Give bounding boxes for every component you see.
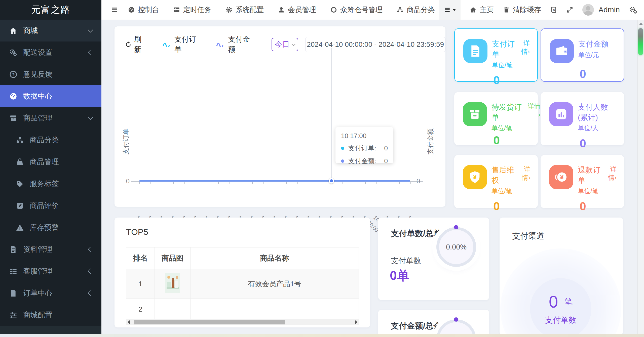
shield-yen-icon: ¥ [463,165,487,189]
user-menu[interactable]: Admin [582,4,620,16]
top5-title: TOP5 [126,227,148,237]
axis-ticks [139,182,411,184]
sidebar-toggle-button[interactable] [108,0,121,20]
refresh-button[interactable]: 刷新 [125,34,147,55]
fullscreen-button[interactable] [566,6,573,13]
tooltip-row: 支付订单: 0 [341,144,388,153]
top-navbar: 控制台 定时任务 系统配置 会员管理 众筹仓号管理 商品分类 [101,0,644,20]
avatar [582,4,594,16]
expand-icon [566,6,573,13]
chart-header: 刷新 支付订单 支付金额 今日 2024-04-10 00:00:00 - 20… [125,34,445,55]
chevron-left-icon [88,247,93,252]
settings-button[interactable] [629,6,637,14]
scroll-right-arrow-icon[interactable] [355,320,357,324]
crosshair-gridline [331,48,332,182]
nav-item-member-management[interactable]: 会员管理 [278,5,316,15]
nav-item-clear-cache[interactable]: 清除缓存 [503,5,541,15]
nav-item-home[interactable]: 主页 [470,5,494,15]
language-button[interactable]: A [550,6,557,13]
table-row[interactable]: 1 有效会员产品1号 [126,269,359,299]
page-scrollbar[interactable] [637,20,644,334]
sitemap-icon [16,136,24,144]
sidebar-item-product-management[interactable]: 商品管理 [0,107,101,129]
home-icon [470,6,477,13]
stat-value: 0 [549,199,617,213]
stat-card-pending-shipment[interactable]: 待发货订单 详情 › 单位/笔 0 [454,92,538,145]
highlighted-point[interactable] [329,178,334,184]
nav-menu-dropdown-button[interactable] [439,0,461,20]
nav-item-console[interactable]: 控制台 [128,5,159,15]
wallet-icon [550,39,574,63]
svg-text:?: ? [12,72,15,77]
dashboard-icon [128,6,135,13]
refresh-icon [125,41,132,48]
question-circle-icon: ? [9,70,18,79]
gauge-label: 支付单数 [391,256,421,266]
sidebar-item-mall-config[interactable]: 商城配置 [0,304,101,326]
stat-card-payers-total[interactable]: 支付人数(累计) 单位/人 0 [541,92,624,145]
trash-icon [503,6,510,13]
stat-card-pay-amount[interactable]: 支付金额 单位/元 0 [541,28,624,82]
order-ratio-card: 支付单数/总单数 0.00% 支付单数 0单 [378,218,489,300]
bars-icon [444,7,450,13]
wave-icon [163,42,171,47]
scroll-left-arrow-icon[interactable] [128,320,130,324]
stat-value: 0 [463,73,530,87]
gear-icon [225,6,233,13]
horizontal-scrollbar[interactable] [126,319,359,325]
detail-link[interactable]: 详情› [517,39,530,56]
column-header-image: 商品图 [155,247,191,269]
scroll-up-arrow-icon[interactable] [639,23,643,25]
sidebar-item-data-center[interactable]: 数据中心 [0,85,101,107]
nav-item-product-category[interactable]: 商品分类 [397,5,435,15]
sidebar: 元富之路 商城 配送设置 ? 意见反馈 数据中心 商品管理 商品分类 [0,0,101,337]
y-zero-right: 0 [416,177,420,185]
legend-pay-amount[interactable]: 支付金额 [216,34,255,55]
user-icon [278,6,285,13]
sidebar-item-service-tags[interactable]: 服务标签 [0,173,101,195]
sitemap-icon [397,6,404,13]
sidebar-item-goods-management[interactable]: 商品管理 [0,151,101,173]
date-range-selector[interactable]: 今日 [272,38,298,51]
sidebar-next-item-partial [0,326,101,334]
caret-down-icon [452,9,456,11]
sidebar-item-mall[interactable]: 商城 [0,20,101,41]
sidebar-item-delivery-settings[interactable]: 配送设置 [0,41,101,63]
dashboard-screen: 元富之路 商城 配送设置 ? 意见反馈 数据中心 商品管理 商品分类 [0,0,644,337]
detail-link[interactable]: 详情› [604,165,617,182]
scrollbar-thumb[interactable] [638,28,643,55]
detail-link[interactable]: 详情 › [525,102,540,119]
username: Admin [598,6,620,14]
app-logo: 元富之路 [0,0,101,20]
sidebar-item-product-category[interactable]: 商品分类 [0,129,101,151]
sidebar-item-material-management[interactable]: 资料管理 [0,238,101,260]
sidebar-item-feedback[interactable]: ? 意见反馈 [0,63,101,85]
scrollbar-thumb[interactable] [134,320,285,324]
stat-card-pay-orders[interactable]: 支付订单 详情› 单位/笔 0 [454,28,538,82]
nav-item-crowdfunding-management[interactable]: 众筹仓号管理 [330,5,383,15]
detail-link[interactable]: 详情› [518,165,530,182]
product-image [165,273,180,293]
chevron-down-icon [291,42,295,46]
stat-card-after-sales[interactable]: ¥ 售后维权 详情› 单位/笔 0 [454,155,538,208]
sidebar-item-stock-warning[interactable]: 库存预警 [0,217,101,238]
stat-value: 0 [463,199,530,213]
package-icon [463,102,487,126]
bars-icon [111,6,118,13]
refund-yen-icon: ¥ [549,165,573,189]
nav-item-scheduled-tasks[interactable]: 定时任务 [173,5,211,15]
amount-ratio-card: 支付金额/总金额 [378,310,489,337]
tasks-icon [173,6,180,13]
stat-card-refund-orders[interactable]: ¥ 退款订单 详情› 单位/笔 0 [541,155,624,208]
legend-pay-orders[interactable]: 支付订单 [163,34,201,55]
date-range-input[interactable]: 2024-04-10 00:00:00 - 2024-04-10 23:59:5… [305,37,445,52]
y-zero-left: 0 [122,177,130,185]
sidebar-item-order-center[interactable]: 订单中心 [0,282,101,304]
table-row[interactable]: 2 [126,299,359,320]
wave-icon [216,42,225,47]
sidebar-item-product-reviews[interactable]: 商品评价 [0,195,101,217]
sidebar-item-customer-service[interactable]: 客服管理 [0,260,101,282]
nav-item-system-config[interactable]: 系统配置 [225,5,264,15]
channel-circle: 0 笔 支付单数 [530,278,591,335]
navbar-menu: 控制台 定时任务 系统配置 会员管理 众筹仓号管理 商品分类 [128,0,435,20]
